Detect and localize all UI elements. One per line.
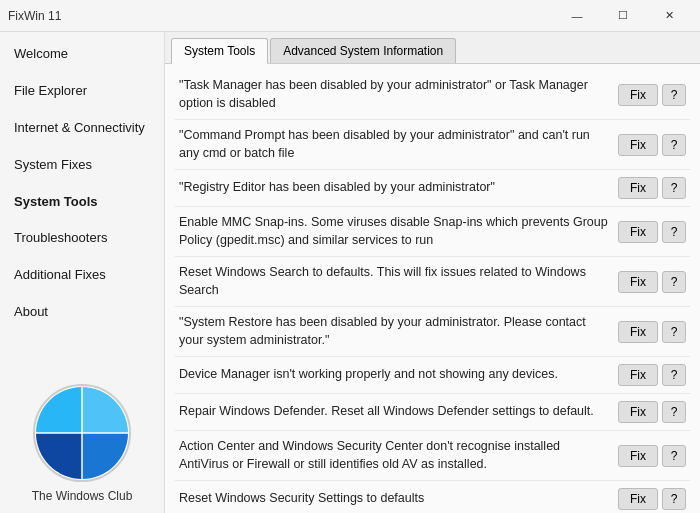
help-button-6[interactable]: ? bbox=[662, 364, 686, 386]
sidebar-item-additional-fixes[interactable]: Additional Fixes bbox=[0, 257, 164, 294]
fix-buttons-9: Fix? bbox=[618, 488, 686, 510]
fix-buttons-1: Fix? bbox=[618, 134, 686, 156]
help-button-2[interactable]: ? bbox=[662, 177, 686, 199]
logo-graphic bbox=[32, 383, 132, 483]
fix-description-8: Action Center and Windows Security Cente… bbox=[179, 438, 610, 473]
fix-description-5: "System Restore has been disabled by you… bbox=[179, 314, 610, 349]
fix-button-6[interactable]: Fix bbox=[618, 364, 658, 386]
fix-button-5[interactable]: Fix bbox=[618, 321, 658, 343]
fix-description-7: Repair Windows Defender. Reset all Windo… bbox=[179, 403, 610, 421]
fix-row-5: "System Restore has been disabled by you… bbox=[175, 307, 690, 357]
fix-row-1: "Command Prompt has been disabled by you… bbox=[175, 120, 690, 170]
fix-row-9: Reset Windows Security Settings to defau… bbox=[175, 481, 690, 513]
sidebar-nav: WelcomeFile ExplorerInternet & Connectiv… bbox=[0, 36, 164, 331]
sidebar: WelcomeFile ExplorerInternet & Connectiv… bbox=[0, 32, 165, 513]
fix-button-1[interactable]: Fix bbox=[618, 134, 658, 156]
logo-label: The Windows Club bbox=[32, 489, 133, 503]
fix-buttons-8: Fix? bbox=[618, 445, 686, 467]
minimize-button[interactable]: — bbox=[554, 0, 600, 32]
fix-description-9: Reset Windows Security Settings to defau… bbox=[179, 490, 610, 508]
fix-row-0: "Task Manager has been disabled by your … bbox=[175, 70, 690, 120]
help-button-0[interactable]: ? bbox=[662, 84, 686, 106]
sidebar-item-system-fixes[interactable]: System Fixes bbox=[0, 147, 164, 184]
fix-button-4[interactable]: Fix bbox=[618, 271, 658, 293]
fix-buttons-4: Fix? bbox=[618, 271, 686, 293]
maximize-button[interactable]: ☐ bbox=[600, 0, 646, 32]
main-layout: WelcomeFile ExplorerInternet & Connectiv… bbox=[0, 32, 700, 513]
fix-buttons-6: Fix? bbox=[618, 364, 686, 386]
fix-button-0[interactable]: Fix bbox=[618, 84, 658, 106]
sidebar-item-troubleshooters[interactable]: Troubleshooters bbox=[0, 220, 164, 257]
close-button[interactable]: ✕ bbox=[646, 0, 692, 32]
fix-button-9[interactable]: Fix bbox=[618, 488, 658, 510]
fix-description-3: Enable MMC Snap-ins. Some viruses disabl… bbox=[179, 214, 610, 249]
help-button-8[interactable]: ? bbox=[662, 445, 686, 467]
sidebar-logo: The Windows Club bbox=[0, 371, 164, 513]
window-controls: — ☐ ✕ bbox=[554, 0, 692, 32]
fixes-list[interactable]: "Task Manager has been disabled by your … bbox=[165, 64, 700, 513]
titlebar: FixWin 11 — ☐ ✕ bbox=[0, 0, 700, 32]
sidebar-item-internet-connectivity[interactable]: Internet & Connectivity bbox=[0, 110, 164, 147]
fix-row-3: Enable MMC Snap-ins. Some viruses disabl… bbox=[175, 207, 690, 257]
app-title: FixWin 11 bbox=[8, 9, 61, 23]
help-button-4[interactable]: ? bbox=[662, 271, 686, 293]
content-area: System ToolsAdvanced System Information … bbox=[165, 32, 700, 513]
fix-row-6: Device Manager isn't working properly an… bbox=[175, 357, 690, 394]
help-button-7[interactable]: ? bbox=[662, 401, 686, 423]
fix-description-2: "Registry Editor has been disabled by yo… bbox=[179, 179, 610, 197]
fix-button-3[interactable]: Fix bbox=[618, 221, 658, 243]
sidebar-item-system-tools[interactable]: System Tools bbox=[0, 184, 164, 221]
tabs-container: System ToolsAdvanced System Information bbox=[171, 38, 458, 63]
help-button-3[interactable]: ? bbox=[662, 221, 686, 243]
fix-button-7[interactable]: Fix bbox=[618, 401, 658, 423]
fix-button-8[interactable]: Fix bbox=[618, 445, 658, 467]
fix-description-0: "Task Manager has been disabled by your … bbox=[179, 77, 610, 112]
fix-row-8: Action Center and Windows Security Cente… bbox=[175, 431, 690, 481]
help-button-9[interactable]: ? bbox=[662, 488, 686, 510]
help-button-5[interactable]: ? bbox=[662, 321, 686, 343]
fix-buttons-5: Fix? bbox=[618, 321, 686, 343]
fix-buttons-3: Fix? bbox=[618, 221, 686, 243]
fix-description-4: Reset Windows Search to defaults. This w… bbox=[179, 264, 610, 299]
fix-buttons-0: Fix? bbox=[618, 84, 686, 106]
fix-buttons-7: Fix? bbox=[618, 401, 686, 423]
sidebar-item-welcome[interactable]: Welcome bbox=[0, 36, 164, 73]
fixes-container: "Task Manager has been disabled by your … bbox=[175, 70, 690, 513]
fix-row-4: Reset Windows Search to defaults. This w… bbox=[175, 257, 690, 307]
sidebar-item-file-explorer[interactable]: File Explorer bbox=[0, 73, 164, 110]
sidebar-item-about[interactable]: About bbox=[0, 294, 164, 331]
fix-row-7: Repair Windows Defender. Reset all Windo… bbox=[175, 394, 690, 431]
fix-buttons-2: Fix? bbox=[618, 177, 686, 199]
help-button-1[interactable]: ? bbox=[662, 134, 686, 156]
fix-description-6: Device Manager isn't working properly an… bbox=[179, 366, 610, 384]
fix-row-2: "Registry Editor has been disabled by yo… bbox=[175, 170, 690, 207]
tab-bar: System ToolsAdvanced System Information bbox=[165, 32, 700, 64]
tab-system-tools[interactable]: System Tools bbox=[171, 38, 268, 64]
fix-button-2[interactable]: Fix bbox=[618, 177, 658, 199]
tab-advanced-system-info[interactable]: Advanced System Information bbox=[270, 38, 456, 63]
fix-description-1: "Command Prompt has been disabled by you… bbox=[179, 127, 610, 162]
